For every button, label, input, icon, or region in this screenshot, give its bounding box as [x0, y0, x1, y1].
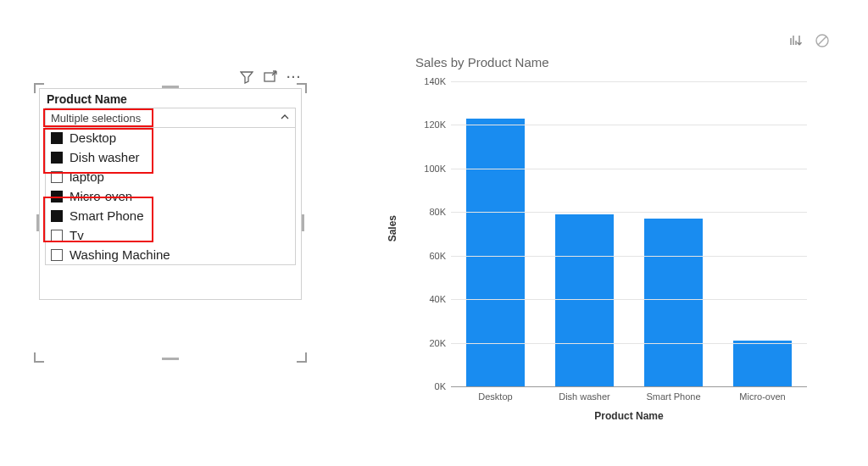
bar[interactable]	[555, 214, 614, 386]
chart-visual[interactable]: Sales by Product Name Sales DesktopDish …	[398, 55, 831, 447]
slicer-item[interactable]: Smart Phone	[46, 206, 295, 225]
no-entry-icon[interactable]	[814, 32, 831, 49]
slicer-item-label: Washing Machine	[70, 247, 170, 262]
slicer-title: Product Name	[40, 89, 301, 108]
y-tick-label: 40K	[429, 294, 451, 304]
bar-column: Dish washer	[540, 214, 629, 386]
resize-handle-l[interactable]	[36, 214, 39, 231]
slicer-item[interactable]: Washing Machine	[46, 245, 295, 264]
checkbox[interactable]	[51, 132, 63, 144]
gridline	[451, 386, 807, 387]
slicer-item-label: Micro-oven	[70, 189, 132, 203]
slicer-item-label: Tv	[70, 228, 84, 242]
slicer-item[interactable]: Micro-oven	[46, 186, 295, 206]
checkbox[interactable]	[51, 249, 63, 261]
checkbox[interactable]	[51, 171, 63, 183]
y-tick-label: 20K	[429, 338, 451, 348]
slicer-card: Product Name Multiple selections Desktop…	[39, 88, 302, 300]
slicer-item-label: laptop	[70, 169, 104, 184]
resize-handle-t[interactable]	[162, 86, 179, 88]
y-tick-label: 80K	[429, 207, 451, 217]
checkbox[interactable]	[51, 191, 63, 202]
resize-handle-br[interactable]	[297, 352, 307, 363]
filter-icon[interactable]	[239, 69, 254, 85]
y-tick-label: 140K	[424, 76, 451, 86]
bar[interactable]	[733, 341, 792, 386]
chart-header-toolbar	[788, 32, 831, 49]
slicer-item-label: Dish washer	[70, 150, 140, 164]
bars-container: DesktopDish washerSmart PhoneMicro-oven	[451, 81, 807, 386]
slicer-item[interactable]: Desktop	[46, 128, 295, 147]
checkbox[interactable]	[51, 230, 63, 241]
gridline	[451, 81, 807, 82]
checkbox[interactable]	[51, 210, 63, 222]
y-axis-title: Sales	[387, 215, 398, 241]
slicer-visual[interactable]: ··· Product Name Multiple selections Des…	[39, 88, 302, 358]
x-tick-label: Dish washer	[540, 386, 629, 402]
y-tick-label: 100K	[424, 164, 451, 174]
slicer-list: DesktopDish washerlaptopMicro-ovenSmart …	[45, 128, 296, 265]
sort-descending-icon[interactable]	[788, 32, 805, 49]
resize-handle-tl[interactable]	[34, 83, 44, 93]
slicer-item-label: Desktop	[70, 130, 116, 145]
y-tick-label: 0K	[435, 381, 451, 391]
x-tick-label: Micro-oven	[718, 386, 807, 402]
resize-handle-b[interactable]	[162, 358, 179, 360]
slicer-item-label: Smart Phone	[70, 208, 144, 223]
chevron-up-icon	[280, 112, 290, 125]
gridline	[451, 169, 807, 169]
slicer-item[interactable]: Dish washer	[46, 147, 295, 167]
resize-handle-r[interactable]	[302, 214, 304, 231]
visual-header-toolbar: ···	[239, 69, 302, 85]
x-axis-title: Product Name	[451, 410, 807, 422]
slicer-dropdown-label: Multiple selections	[51, 112, 141, 125]
gridline	[451, 343, 807, 344]
bar-column: Smart Phone	[629, 219, 718, 386]
slicer-dropdown[interactable]: Multiple selections	[45, 108, 296, 128]
gridline	[451, 256, 807, 257]
y-tick-label: 60K	[429, 251, 451, 261]
x-tick-label: Smart Phone	[629, 386, 718, 402]
bar-column: Micro-oven	[718, 341, 807, 386]
gridline	[451, 125, 807, 125]
slicer-item[interactable]: laptop	[46, 167, 295, 186]
slicer-item[interactable]: Tv	[46, 225, 295, 245]
gridline	[451, 299, 807, 300]
y-tick-label: 120K	[424, 119, 451, 130]
chart-title: Sales by Product Name	[398, 55, 831, 69]
gridline	[451, 212, 807, 213]
checkbox[interactable]	[51, 152, 63, 164]
bar[interactable]	[466, 119, 525, 386]
plot-area: DesktopDish washerSmart PhoneMicro-oven …	[451, 81, 807, 386]
resize-handle-tr[interactable]	[297, 83, 307, 93]
x-tick-label: Desktop	[451, 386, 540, 402]
resize-handle-bl[interactable]	[34, 352, 44, 363]
bar[interactable]	[644, 219, 703, 386]
focus-mode-icon[interactable]	[263, 69, 278, 85]
bar-column: Desktop	[451, 119, 540, 386]
